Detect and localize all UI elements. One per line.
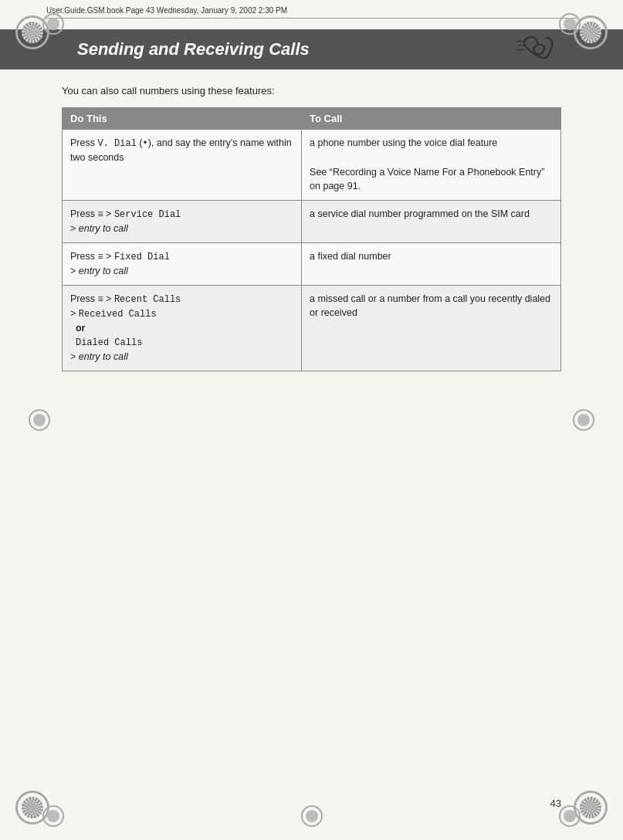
to-call-cell: a missed call or a number from a call yo… <box>302 285 561 371</box>
to-call-cell: a service dial number programmed on the … <box>302 201 561 243</box>
meta-bar: User.Guide.GSM.book Page 43 Wednesday, J… <box>46 6 577 19</box>
feature-table: Do This To Call Press V. Dial (•), and s… <box>62 107 561 371</box>
deco-cross-mr <box>573 409 594 431</box>
table-row: Press V. Dial (•), and say the entry’s n… <box>63 130 561 201</box>
do-this-cell: Press ≡ > Recent Calls> Received Calls o… <box>63 285 302 371</box>
do-this-cell: Press ≡ > Fixed Dial> entry to call <box>63 242 302 285</box>
do-this-cell: Press V. Dial (•), and say the entry’s n… <box>63 130 302 201</box>
col1-header: Do This <box>63 108 302 130</box>
page: User.Guide.GSM.book Page 43 Wednesday, J… <box>0 0 623 840</box>
deco-cross-bm <box>301 805 323 827</box>
phone-icon-container <box>515 34 561 68</box>
col2-header: To Call <box>302 108 561 130</box>
deco-cross-ml <box>29 409 50 431</box>
phone-icon <box>515 34 557 66</box>
table-row: Press ≡ > Recent Calls> Received Calls o… <box>63 285 561 371</box>
page-number: 43 <box>550 798 561 809</box>
deco-cross-br <box>559 805 581 827</box>
to-call-cell: a phone number using the voice dial feat… <box>302 130 561 201</box>
meta-text: User.Guide.GSM.book Page 43 Wednesday, J… <box>46 6 287 15</box>
table-row: Press ≡ > Service Dial> entry to calla s… <box>63 201 561 243</box>
table-row: Press ≡ > Fixed Dial> entry to calla fix… <box>63 242 561 285</box>
header-title: Sending and Receiving Calls <box>77 39 310 59</box>
main-content: You can also call numbers using these fe… <box>62 85 561 371</box>
deco-cross-tr <box>559 13 581 35</box>
intro-text: You can also call numbers using these fe… <box>62 85 561 97</box>
deco-cross-bl <box>42 805 64 827</box>
do-this-cell: Press ≡ > Service Dial> entry to call <box>63 201 302 243</box>
deco-cross-tl <box>42 13 64 35</box>
to-call-cell: a fixed dial number <box>302 242 561 285</box>
